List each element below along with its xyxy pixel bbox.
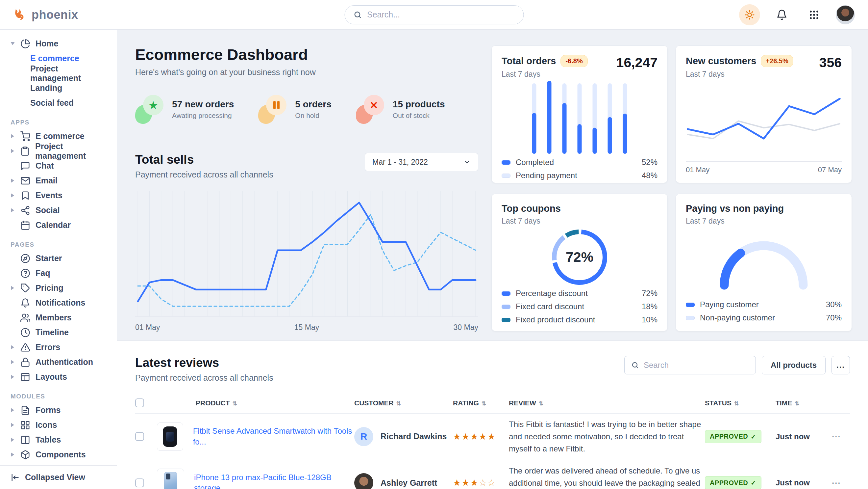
top-navbar: phoenix [0,0,868,30]
chevron-down-icon [463,159,471,166]
row-checkbox[interactable] [135,432,144,441]
columns-icon [21,435,30,445]
sidebar-section-label: PAGES [9,241,109,248]
time-cell: Just now [776,432,832,441]
reviews-controls: All products ... [624,356,850,374]
time-cell: Just now [776,478,832,487]
column-header-time[interactable]: TIME⇅ [776,399,832,407]
check-icon: ✓ [751,479,756,487]
legend-row: Non-paying customer70% [686,313,842,322]
sidebar-item-icons[interactable]: Icons [9,418,109,432]
sidebar-item-chat[interactable]: Chat [9,159,109,173]
grid-icon [21,420,30,430]
sidebar-item-components[interactable]: Components [9,447,109,462]
notifications-button[interactable] [771,4,792,25]
column-header-rating[interactable]: RATING⇅ [453,399,509,407]
all-products-button[interactable]: All products [762,356,826,374]
sidebar-item-pricing[interactable]: Pricing [9,281,109,295]
sidebar-item-errors[interactable]: Errors [9,340,109,355]
sidebar-item-email[interactable]: Email [9,173,109,188]
legend-row: Pending payment48% [502,171,657,180]
column-header-product[interactable]: PRODUCT⇅ [157,399,354,407]
sidebar-item-label: Home [35,39,58,49]
checkbox-cell [135,479,157,487]
column-header-customer[interactable]: CUSTOMER⇅ [354,399,453,407]
theme-toggle-button[interactable] [739,4,760,25]
search-icon [631,361,639,369]
sidebar-item-label: E commerce [35,132,85,141]
apps-menu-button[interactable] [804,4,825,25]
sidebar-subitem-project-management[interactable]: Project management [9,66,109,81]
row-checkbox[interactable] [135,479,144,487]
sidebar-item-home[interactable]: Home [9,36,109,51]
sidebar-item-starter[interactable]: Starter [9,251,109,266]
product-link[interactable]: Fitbit Sense Advanced Smartwatch with To… [193,426,354,447]
sort-icon: ⇅ [232,400,237,407]
status-cell: APPROVED ✓ [705,476,776,489]
total-sells-section: Total sells Payment received across all … [135,153,478,332]
sidebar-item-members[interactable]: Members [9,310,109,325]
reviews-more-button[interactable]: ... [832,356,850,374]
search-input[interactable] [367,10,515,20]
caret-right-icon [10,345,15,350]
sun-icon [745,10,754,20]
sidebar-item-notifications[interactable]: Notifications [9,295,109,310]
legend-swatch [502,318,510,322]
paying-legend: Paying customer30%Non-paying customer70% [686,300,842,322]
date-range-select[interactable]: Mar 1 - 31, 2022 [365,153,478,171]
alert-triangle-icon [21,342,30,352]
legend-swatch [502,291,510,296]
card-period: Last 7 days [502,217,561,226]
clipboard-icon [20,146,30,156]
select-all-checkbox[interactable] [135,398,144,407]
sidebar-item-calendar[interactable]: Calendar [9,218,109,232]
sidebar-item-timeline[interactable]: Timeline [9,325,109,340]
column-header-review[interactable]: REVIEW⇅ [509,399,705,407]
stat-orders-on-hold: 5 orders On hold [258,95,332,124]
sidebar-item-project-management[interactable]: Project management [9,144,109,159]
paying-vs-nonpaying-card: Paying vs non paying Last 7 days Paying … [676,194,852,331]
profile-avatar[interactable] [836,5,855,24]
reviews-table-header: PRODUCT⇅ CUSTOMER⇅ RATING⇅ REVIEW⇅ STATU… [135,395,850,413]
app-root: phoenix [0,0,868,489]
reviews-search-input[interactable] [644,361,749,370]
brand-logo[interactable]: phoenix [13,8,78,22]
sidebar-item-layouts[interactable]: Layouts [9,370,109,384]
pie-chart-icon [21,39,30,49]
card-value: 356 [819,55,842,70]
sidebar-item-events[interactable]: Events [9,188,109,203]
reviews-title: Latest reviews [135,356,273,370]
sidebar-item-label: Members [35,313,72,322]
reviews-search[interactable] [624,356,756,374]
total-orders-bar-chart [502,79,657,158]
sidebar-item-authentication[interactable]: Authentication [9,355,109,370]
collapse-label: Collapsed View [25,472,85,482]
row-menu-button[interactable]: ⋯ [832,431,850,442]
product-link[interactable]: iPhone 13 pro max-Pacific Blue-128GB sto… [194,472,354,489]
bell-icon [21,298,30,308]
sidebar-subitem-landing[interactable]: Landing [9,81,109,95]
sidebar-subitem-social-feed[interactable]: Social feed [9,95,109,110]
caret-right-icon [10,193,15,198]
collapse-sidebar-button[interactable]: Collapsed View [0,465,117,489]
column-header-status[interactable]: STATUS⇅ [705,399,776,407]
users-icon [21,313,30,323]
sidebar-item-label: Events [35,191,62,200]
row-menu-button[interactable]: ⋯ [832,478,850,488]
legend-row: Completed52% [502,158,657,167]
sidebar-item-social[interactable]: Social [9,203,109,218]
top-coupons-legend: Percentage discount72%Fixed card discoun… [502,289,657,324]
collapse-arrow-icon [10,473,20,482]
sidebar-item-faq[interactable]: Faq [9,266,109,281]
caret-right-icon [10,208,15,213]
sidebar-item-label: Layouts [35,372,67,382]
share-icon [21,205,30,215]
phone-image [164,472,177,489]
status-badge: APPROVED ✓ [705,430,762,443]
page-title: Ecommerce Dashboard [135,46,478,63]
sidebar-item-tables[interactable]: Tables [9,432,109,447]
global-search[interactable] [344,5,524,24]
sidebar-item-forms[interactable]: Forms [9,403,109,418]
sidebar-section-label: APPS [9,119,109,126]
file-text-icon [21,405,30,415]
